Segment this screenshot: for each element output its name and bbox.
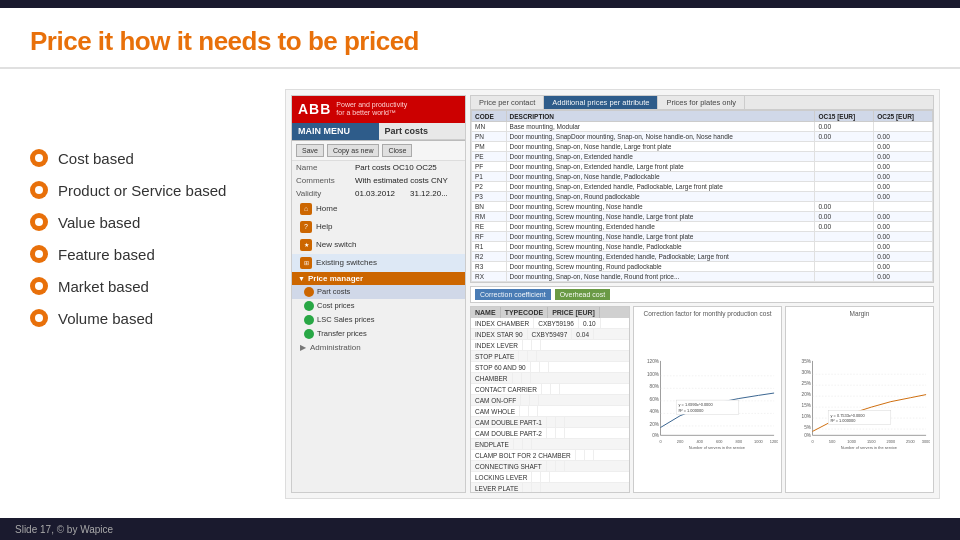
list-item: CONTACT CARRIER (471, 384, 629, 395)
list-cell (513, 373, 522, 383)
sub-lsc-sales[interactable]: LSC Sales prices (292, 313, 465, 327)
svg-text:200: 200 (677, 439, 684, 444)
sub-transfer-prices[interactable]: Transfer prices (292, 327, 465, 341)
table-cell: R1 (472, 242, 507, 252)
list-cell (532, 472, 541, 482)
nav-help[interactable]: ? Help (292, 218, 465, 236)
sub-icon (304, 301, 314, 311)
table-cell (815, 272, 874, 282)
table-cell: Door mounting, Snap-on, Extended handle,… (506, 162, 815, 172)
table-cell: RE (472, 222, 507, 232)
table-cell (874, 122, 933, 132)
list-cell: CAM ON-OFF (471, 395, 521, 405)
table-cell: Door mounting, Snap-on, Extended handle,… (506, 182, 815, 192)
table-row: MNBase mounting, Modular0.00 (472, 122, 933, 132)
nav-administration[interactable]: ▶ Administration (292, 341, 465, 354)
svg-text:3000: 3000 (922, 439, 930, 444)
col-price: PRICE [EUR] (548, 307, 600, 318)
overhead-cost-button[interactable]: Overhead cost (555, 289, 611, 300)
correction-area: Correction coefficient Overhead cost (470, 286, 934, 303)
list-item: LOCKING LEVER (471, 472, 629, 483)
table-cell (815, 242, 874, 252)
table-cell: Base mounting, Modular (506, 122, 815, 132)
list-item: LEVER PLATE (471, 483, 629, 493)
list-cell (529, 406, 538, 416)
svg-text:R² = 1.000000: R² = 1.000000 (679, 408, 705, 413)
table-cell: 0.00 (874, 162, 933, 172)
table-cell: Door mounting, Snap-on, Nose handle, Rou… (506, 272, 815, 282)
table-row: PNDoor mounting, SnapDoor mounting, Snap… (472, 132, 933, 142)
tab-price-per-contact[interactable]: Price per contact (471, 96, 544, 109)
list-cell: CAM WHOLE (471, 406, 520, 416)
list-item: CAM DOUBLE PART-2 (471, 428, 629, 439)
list-item: Volume based (30, 309, 270, 327)
sub-part-costs[interactable]: Part costs (292, 285, 465, 299)
table-cell: 0.00 (815, 222, 874, 232)
svg-text:y = 1.6990x^0.0000: y = 1.6990x^0.0000 (679, 402, 714, 407)
table-row: RXDoor mounting, Snap-on, Nose handle, R… (472, 272, 933, 282)
tab-additional-prices[interactable]: Additional prices per attribute (544, 96, 658, 109)
nav-home[interactable]: ⌂ Home (292, 200, 465, 218)
list-item-label: Product or Service based (58, 182, 226, 199)
svg-text:0%: 0% (652, 433, 659, 438)
nav-existing-switches[interactable]: ⊞ Existing switches (292, 254, 465, 272)
parts-area: NAME TYPECODE PRICE [EUR] INDEX CHAMBERC… (470, 306, 934, 493)
table-cell: 0.00 (874, 192, 933, 202)
copy-as-new-button[interactable]: Copy as new (327, 144, 379, 157)
svg-text:25%: 25% (802, 381, 811, 386)
svg-text:0%: 0% (804, 433, 811, 438)
table-cell: PE (472, 152, 507, 162)
correction-coefficient-button[interactable]: Correction coefficient (475, 289, 551, 300)
list-cell: STOP 60 AND 90 (471, 362, 531, 372)
list-item: INDEX STAR 90CXBY594970.04 (471, 329, 629, 340)
table-cell: 0.00 (874, 262, 933, 272)
col-oc15: OC15 [EUR] (815, 111, 874, 122)
svg-text:1200: 1200 (770, 439, 778, 444)
table-cell: Door mounting, Screw mounting, Nose hand… (506, 242, 815, 252)
svg-text:500: 500 (829, 439, 836, 444)
table-cell: P3 (472, 192, 507, 202)
help-icon: ? (300, 221, 312, 233)
svg-text:15%: 15% (802, 403, 811, 408)
form-validity-row: Validity 01.03.2012 31.12.20... (292, 187, 465, 200)
sub-icon (304, 329, 314, 339)
part-costs-label: Part costs (379, 123, 466, 140)
app-screenshot: ABB Power and productivityfor a better w… (291, 95, 934, 493)
svg-text:100%: 100% (647, 372, 659, 377)
list-item-label: Volume based (58, 310, 153, 327)
abb-toolbar: Save Copy as new Close (292, 141, 465, 161)
bullet-icon (30, 309, 48, 327)
parts-list-body: INDEX CHAMBERCXBY591960.10INDEX STAR 90C… (471, 318, 629, 493)
validity-from: 01.03.2012 (355, 189, 406, 198)
table-cell: Door mounting, Screw mounting, Round pad… (506, 262, 815, 272)
name-value: Part costs OC10 OC25 (355, 163, 461, 172)
table-cell: Door mounting, Snap-on, Round padlockabl… (506, 192, 815, 202)
abb-header: ABB Power and productivityfor a better w… (292, 96, 465, 123)
svg-text:20%: 20% (802, 392, 811, 397)
list-cell: CAM DOUBLE PART-1 (471, 417, 547, 427)
tab-plates-only[interactable]: Prices for plates only (658, 96, 745, 109)
bullet-icon (30, 181, 48, 199)
sub-cost-prices[interactable]: Cost prices (292, 299, 465, 313)
slide: Price it how it needs to be priced Cost … (0, 0, 960, 540)
table-cell (815, 192, 874, 202)
main-content: Cost based Product or Service based Valu… (0, 69, 960, 509)
sub-icon (304, 315, 314, 325)
list-cell: CAM DOUBLE PART-2 (471, 428, 547, 438)
table-cell (815, 182, 874, 192)
price-manager-header[interactable]: ▼ Price manager (292, 272, 465, 285)
list-cell (540, 362, 549, 372)
list-cell (551, 384, 560, 394)
close-button[interactable]: Close (382, 144, 412, 157)
list-item: Cost based (30, 149, 270, 167)
list-item: INDEX LEVER (471, 340, 629, 351)
list-cell (585, 450, 594, 460)
save-button[interactable]: Save (296, 144, 324, 157)
table-cell: Door mounting, Snap-on, Nose handle, Pad… (506, 172, 815, 182)
table-row: REDoor mounting, Screw mounting, Extende… (472, 222, 933, 232)
chart-correction-factor: Correction factor for monthly production… (633, 306, 782, 493)
svg-text:600: 600 (716, 439, 723, 444)
svg-text:2000: 2000 (886, 439, 896, 444)
table-cell: 0.00 (874, 182, 933, 192)
nav-new-switch[interactable]: ★ New switch (292, 236, 465, 254)
